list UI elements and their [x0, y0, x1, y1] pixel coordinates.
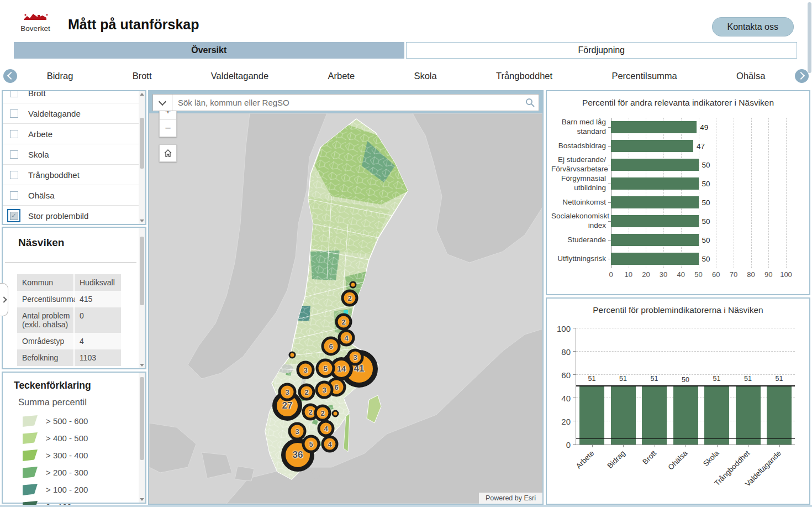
info-row-label: Antal problem (exkl. ohälsa): [17, 307, 73, 333]
legend-item-label: > 500 - 600: [46, 416, 88, 426]
bar-row-forgymnasial-utbildning: Förgymnasial utbildning50: [551, 174, 786, 193]
map-cluster-3[interactable]: 3: [347, 349, 364, 366]
bar-track: 47: [611, 137, 786, 155]
bar-row-socialekonomiskt-index: Socialekonomiskt index50: [551, 212, 786, 231]
window-scrollbar[interactable]: [808, 2, 811, 73]
map-cluster-4[interactable]: 4: [338, 330, 355, 347]
info-scrollbar-thumb[interactable]: [140, 237, 144, 305]
filters-scrollbar[interactable]: [139, 91, 145, 224]
sweden-map[interactable]: [149, 113, 542, 504]
bar-track: 50: [611, 155, 786, 174]
bar-value: 50: [702, 217, 710, 226]
filters-scrollbar-thumb[interactable]: [140, 118, 144, 169]
search-input[interactable]: [172, 94, 539, 111]
nav-item-trangboddhet[interactable]: Trångboddhet: [492, 69, 557, 83]
bar-barn-med-lag-standard: [611, 121, 697, 133]
nav-item-bidrag[interactable]: Bidrag: [43, 69, 78, 83]
map-cluster-2[interactable]: 2: [314, 405, 331, 422]
bar-category-label: Ej studerande/ Förvärvsarbetare: [551, 155, 611, 174]
map-cluster-3[interactable]: 3: [297, 361, 315, 379]
contact-button[interactable]: Kontakta oss: [712, 17, 794, 36]
home-extent-button[interactable]: [159, 144, 177, 162]
bar-forgymnasial-utbildning: [611, 177, 699, 190]
nav-item-ohalsa[interactable]: Ohälsa: [732, 69, 769, 83]
map-cluster-2[interactable]: 2: [335, 313, 352, 331]
chevron-right-icon: [1, 296, 7, 302]
nav-prev-button[interactable]: [3, 69, 17, 83]
legend-item: > 500 - 600: [23, 412, 136, 430]
info-row-kommun: KommunHudiksvall: [17, 274, 121, 291]
search-button[interactable]: [521, 95, 538, 110]
checkbox-stor-problembild[interactable]: ✓: [10, 212, 18, 220]
info-row-label: Områdestyp: [17, 333, 73, 349]
chart-plot-area: 02040608010051515150515151ArbeteBidragBr…: [576, 328, 795, 445]
nav-item-percentilsumma[interactable]: Percentilsumma: [607, 69, 681, 83]
map-cluster-5[interactable]: 5: [302, 435, 320, 453]
filter-row-arbete: Arbete: [3, 124, 139, 144]
checkbox-focus-ring: [7, 148, 20, 161]
bar-row-studerande: Studerande50: [551, 231, 786, 249]
bar-category-label: Förgymnasial utbildning: [551, 174, 611, 193]
checkbox-arbete[interactable]: [10, 130, 18, 138]
checkbox-ohalsa[interactable]: [10, 191, 18, 200]
checkbox-skola[interactable]: [10, 150, 18, 159]
info-row-befolkning: Befolkning1103: [17, 349, 121, 366]
info-row-value: 0: [75, 307, 121, 333]
info-row-value: 4: [75, 333, 121, 349]
checkbox-valdeltagande[interactable]: [10, 109, 18, 118]
info-scrollbar[interactable]: [139, 228, 145, 368]
nav-item-brott[interactable]: Brott: [128, 69, 156, 83]
map-cluster-2[interactable]: 2: [341, 290, 358, 307]
nav-item-valdeltagande[interactable]: Valdeltagande: [207, 69, 273, 83]
logo-text: Boverket: [15, 24, 55, 33]
filter-label: Brott: [28, 91, 46, 98]
map-cluster-4[interactable]: 4: [321, 436, 339, 453]
x-tick-label: 10: [624, 270, 632, 279]
map-cluster-dot[interactable]: [350, 281, 357, 289]
x-category-label-bidrag: Bidrag: [605, 449, 626, 470]
bars-layer: 51515150515151: [576, 328, 795, 445]
legend-scrollbar[interactable]: [139, 373, 145, 503]
checkbox-brott[interactable]: [10, 91, 18, 97]
map-cluster-3[interactable]: 3: [315, 381, 334, 399]
info-row-antal-problem-exkl-ohalsa: Antal problem (exkl. ohälsa)0: [17, 307, 121, 333]
y-tick-label: 80: [561, 347, 571, 357]
filter-label: Skola: [28, 150, 49, 159]
x-category-label-skola: Skola: [702, 449, 720, 468]
bar-track: 50: [611, 231, 786, 249]
bar-studerande: [611, 234, 699, 246]
chevron-left-icon: [7, 72, 15, 80]
tab-fordjupning[interactable]: Fördjupning: [406, 42, 798, 59]
x-tick-mark: [592, 445, 593, 447]
map-cluster-2[interactable]: 2: [298, 384, 315, 401]
bar-value: 50: [702, 236, 710, 244]
category-nav-items: BidragBrottValdeltagandeArbeteSkolaTrång…: [17, 69, 795, 83]
map-cluster-dot[interactable]: [332, 410, 339, 417]
nav-next-button[interactable]: [795, 69, 809, 83]
scroll-down-icon[interactable]: [140, 498, 144, 501]
legend-scrollbar-thumb[interactable]: [140, 377, 144, 460]
info-row-value: Hudiksvall: [75, 274, 121, 291]
filters-panel: BrottValdeltagandeArbeteSkolaTrångboddhe…: [2, 90, 146, 225]
map-cluster-5[interactable]: 5: [316, 359, 335, 378]
search-dropdown-button[interactable]: [152, 94, 172, 111]
bar-category-label: Nettoinkomst: [551, 198, 611, 207]
tab-oversikt[interactable]: Översikt: [14, 42, 404, 59]
scroll-up-icon[interactable]: [140, 93, 144, 96]
nav-item-skola[interactable]: Skola: [409, 69, 441, 83]
bar-arbete: 51: [579, 385, 604, 445]
map-canvas[interactable]: 4136271465633335224322244 Powered by Esr…: [149, 113, 542, 504]
map-cluster-3[interactable]: 3: [278, 383, 297, 401]
map-cluster-4[interactable]: 4: [318, 420, 335, 437]
scroll-down-icon[interactable]: [140, 219, 144, 222]
map-cluster-dot[interactable]: [289, 352, 296, 359]
scroll-down-icon[interactable]: [140, 364, 144, 367]
panel-collapse-tab[interactable]: [0, 283, 8, 316]
map-search-row: [152, 94, 539, 111]
filter-row-trangboddhet: Trångboddhet: [3, 165, 139, 185]
x-category-label-ohalsa: Ohälsa: [667, 449, 689, 472]
checkbox-trangboddhet[interactable]: [10, 171, 18, 179]
bar-track: 50: [611, 193, 786, 212]
zoom-out-button[interactable]: −: [160, 119, 176, 137]
nav-item-arbete[interactable]: Arbete: [323, 69, 359, 83]
